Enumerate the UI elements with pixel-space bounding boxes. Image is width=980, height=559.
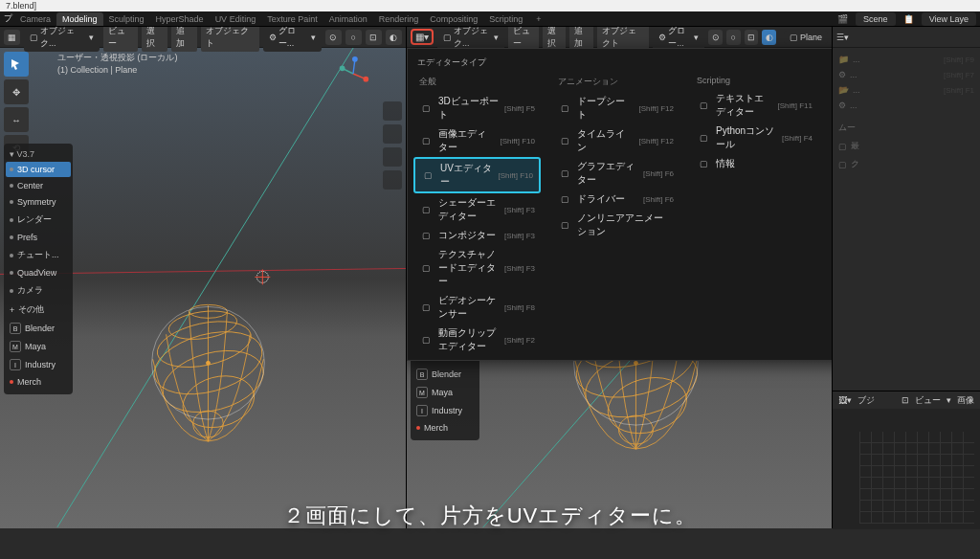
npanel-maya[interactable]: MMaya xyxy=(6,338,71,355)
editor-item-3Dビューポート[interactable]: ▢3Dビューポート[Shift] F5 xyxy=(413,92,541,124)
menu-object[interactable]: オブジェクト xyxy=(201,27,259,52)
outliner-row-b[interactable]: ▢ク xyxy=(833,155,980,173)
camera-icon[interactable] xyxy=(383,147,402,167)
npanel-tut[interactable]: チュート... xyxy=(6,246,71,264)
npanel-version: ▾ V3.7 xyxy=(6,147,71,161)
editor-item-情報[interactable]: ▢情報 xyxy=(691,154,818,173)
editor-item-シェーダーエディター[interactable]: ▢シェーダーエディター[Shift] F3 xyxy=(413,193,541,226)
bv-shading[interactable]: ⊡ xyxy=(902,395,909,405)
npanel-etc[interactable]: +その他 xyxy=(6,301,71,319)
editor-item-タイムライン[interactable]: ▢タイムライン[Shift] F12 xyxy=(552,124,679,157)
editor-item-テクスチャノードエディター[interactable]: ▢テクスチャノードエディター[Shift] F3 xyxy=(413,245,541,291)
bv-label: ブジ xyxy=(858,394,875,407)
overlay-icon[interactable]: ⊡ xyxy=(366,30,382,45)
editor-item-UVエディター[interactable]: ▢UVエディター[Shift] F10 xyxy=(413,157,541,193)
xray-icon-r[interactable]: ◐ xyxy=(762,30,776,45)
bv-menu-view[interactable]: ビュー xyxy=(915,394,941,407)
editor-item-コンポジター[interactable]: ▢コンポジター[Shift] F3 xyxy=(413,226,541,245)
editor-item-ドライバー[interactable]: ▢ドライバー[Shift] F6 xyxy=(552,190,679,209)
editor-item-ドープシート[interactable]: ▢ドープシート[Shift] F12 xyxy=(552,92,679,124)
editor-item-グラフエディター[interactable]: ▢グラフエディター[Shift] F6 xyxy=(552,157,679,190)
outliner-dim-2: ⚙...[Shift] F7 xyxy=(833,67,980,82)
outliner-icon[interactable]: ☰▾ xyxy=(836,33,849,42)
menu-view[interactable]: ビュー xyxy=(103,27,138,52)
npanel-cursor[interactable]: 3D cursor xyxy=(6,162,71,177)
npanel-prefs[interactable]: Prefs xyxy=(6,230,71,245)
editor-item-動画クリップエディター[interactable]: ▢動画クリップエディター[Shift] F2 xyxy=(413,324,541,356)
uv-editor-icon[interactable]: 🖼▾ xyxy=(838,395,852,405)
axis-gizmo[interactable] xyxy=(335,56,371,92)
editor-item-Pythonコンソール[interactable]: ▢Pythonコンソール[Shift] F4 xyxy=(691,122,818,154)
object-display[interactable]: ▢ Plane xyxy=(784,31,828,44)
workspace-tab-uv editing[interactable]: UV Editing xyxy=(210,12,262,26)
viewport-body-left[interactable]: ユーザー・透視投影 (ローカル) (1) Collection | Plane … xyxy=(0,48,406,528)
workspace-tab-modeling[interactable]: Modeling xyxy=(56,12,103,26)
scene-selector[interactable]: Scene xyxy=(856,12,896,26)
scene-icon: 🎬 xyxy=(837,14,848,24)
bv-menu-image[interactable]: 画像 xyxy=(957,394,974,407)
workspace-tab-scripting[interactable]: Scripting xyxy=(483,12,528,26)
npanel-maya[interactable]: MMaya xyxy=(412,384,478,401)
workspace-tab-texture paint[interactable]: Texture Paint xyxy=(261,12,323,26)
zoom-icon[interactable] xyxy=(383,101,402,121)
mode-selector[interactable]: ▢オブジェク... ▾ xyxy=(24,27,100,52)
menu-add[interactable]: 追加 xyxy=(171,27,197,52)
menu-select[interactable]: 選択 xyxy=(142,27,167,52)
pan-icon[interactable] xyxy=(383,124,402,144)
overlay-icon-r[interactable]: ⊡ xyxy=(745,30,759,45)
viewport-overlay-text: ユーザー・透視投影 (ローカル) (1) Collection | Plane xyxy=(57,52,178,77)
editor-item-ビデオシーケンサー[interactable]: ▢ビデオシーケンサー[Shift] F8 xyxy=(413,291,541,324)
editor-type-icon[interactable]: ▦ xyxy=(4,30,20,45)
right-panel: ☰▾ 📁...[Shift] F9 ⚙...[Shift] F7 📂...[Sh… xyxy=(833,27,980,528)
editor-type-menu: エディタータイプ 全般▢3Dビューポート[Shift] F5▢画像エディター[S… xyxy=(407,48,833,361)
workspace-tabs: プ CameraModelingSculptingHyperShadeUV Ed… xyxy=(0,11,980,27)
ws-tab-prefix: プ xyxy=(4,12,12,25)
uv-grid xyxy=(859,432,974,524)
uv-editor-body[interactable] xyxy=(833,409,980,529)
workspace-tab-rendering[interactable]: Rendering xyxy=(373,12,425,26)
transform-orient[interactable]: ⚙グロー...▾ xyxy=(263,27,322,52)
viewport-left: ▦ ▢オブジェク... ▾ ビュー 選択 追加 オブジェクト ⚙グロー...▾ … xyxy=(0,27,407,528)
viewlayer-selector[interactable]: View Laye xyxy=(922,12,976,26)
add-workspace-button[interactable]: + xyxy=(530,14,546,24)
persp-icon[interactable] xyxy=(383,170,402,190)
outliner-row-a[interactable]: ▢最 xyxy=(833,137,980,155)
npanel-center[interactable]: Center xyxy=(6,178,71,193)
workspace-tab-compositing[interactable]: Compositing xyxy=(424,12,483,26)
npanel-blender[interactable]: BBlender xyxy=(6,320,71,337)
npanel-ind[interactable]: IIndustry xyxy=(412,402,478,419)
svg-line-7 xyxy=(57,48,353,527)
uv-editor-header: 🖼▾ ブジ ⊡ ビュー ▾ 画像 xyxy=(833,391,980,409)
npanel-merch[interactable]: Merch xyxy=(412,420,478,436)
proportional-icon-r[interactable]: ○ xyxy=(726,30,741,45)
npanel-blender[interactable]: BBlender xyxy=(412,366,478,383)
proportional-icon[interactable]: ○ xyxy=(345,30,362,45)
editor-item-画像エディター[interactable]: ▢画像エディター[Shift] F10 xyxy=(413,124,541,157)
editor-item-ノンリニアアニメーション[interactable]: ▢ノンリニアアニメーション xyxy=(552,209,679,241)
xray-icon[interactable]: ◐ xyxy=(386,30,402,45)
npanel-ind[interactable]: IIndustry xyxy=(6,356,71,373)
editor-col-Scripting: Scripting xyxy=(691,73,818,89)
workspace-tab-camera[interactable]: Camera xyxy=(14,12,56,26)
workspace-tab-hypershade[interactable]: HyperShade xyxy=(150,12,210,26)
workspace-tab-sculpting[interactable]: Sculpting xyxy=(103,12,150,26)
viewport-header-left: ▦ ▢オブジェク... ▾ ビュー 選択 追加 オブジェクト ⚙グロー...▾ … xyxy=(0,27,406,48)
tool-move[interactable]: ↔ xyxy=(4,107,29,132)
viewport-header-right: ▦▾ ▢オブジェク... ▾ ビュー 選択 追加 オブジェクト ⚙グロー...▾… xyxy=(407,27,832,48)
npanel-render[interactable]: レンダー xyxy=(6,211,71,229)
editor-item-テキストエディター[interactable]: ▢テキストエディター[Shift] F11 xyxy=(691,89,818,122)
svg-point-30 xyxy=(634,361,637,365)
outliner-dim-3: 📂...[Shift] F1 xyxy=(833,82,980,98)
npanel-merch[interactable]: Merch xyxy=(6,374,71,390)
npanel-sym[interactable]: Symmetry xyxy=(6,194,71,210)
snap-icon[interactable]: ⊙ xyxy=(325,30,342,45)
npanel-quad[interactable]: QuadView xyxy=(6,265,71,280)
workspace-tab-animation[interactable]: Animation xyxy=(323,12,373,26)
npanel-cam[interactable]: カメラ xyxy=(6,281,71,300)
editor-type-button-highlighted[interactable]: ▦▾ xyxy=(411,29,434,45)
editor-col-アニメーション: アニメーション xyxy=(552,73,679,92)
tool-select-box[interactable] xyxy=(4,52,29,77)
tool-cursor[interactable]: ✥ xyxy=(4,79,29,104)
snap-icon-r[interactable]: ⊙ xyxy=(708,30,723,45)
viewport-right: ▦▾ ▢オブジェク... ▾ ビュー 選択 追加 オブジェクト ⚙グロー...▾… xyxy=(407,27,833,528)
